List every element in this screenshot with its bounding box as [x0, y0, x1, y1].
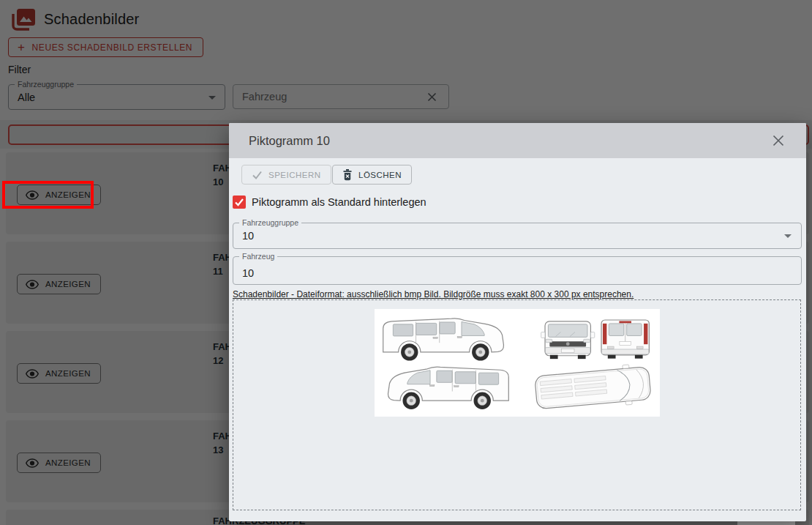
close-button[interactable] — [771, 133, 786, 148]
van-views-drawing — [375, 309, 660, 417]
highlight-annotation-box — [2, 181, 94, 209]
standard-checkbox[interactable] — [233, 196, 246, 209]
speichern-button[interactable]: SPEICHERN — [241, 165, 331, 185]
loeschen-button[interactable]: LÖSCHEN — [332, 165, 412, 185]
loeschen-label: LÖSCHEN — [358, 171, 402, 179]
screen: Schadenbilder + NEUES SCHADENBILD ERSTEL… — [0, 0, 812, 525]
dialog-fahrzeug-field: Fahrzeug — [233, 256, 802, 285]
dialog-fahrzeug-input[interactable] — [233, 257, 801, 284]
standard-checkbox-label: Piktogramm als Standard hinterlegen — [252, 196, 426, 208]
checkmark-icon — [233, 196, 245, 208]
close-icon — [771, 133, 786, 148]
dialog-fahrzeuggruppe-select[interactable]: Fahrzeuggruppe 10 — [233, 223, 802, 249]
piktogramm-dialog: Piktogramm 10 SPEICHERN LÖSCHEN — [229, 123, 806, 521]
chevron-down-icon — [784, 234, 792, 238]
dialog-title: Piktogramm 10 — [249, 123, 330, 158]
check-icon — [252, 169, 263, 180]
dialog-header: Piktogramm 10 — [229, 123, 806, 158]
pictogram-dropzone[interactable] — [233, 299, 801, 510]
trash-icon — [342, 169, 353, 181]
dialog-fahrzeuggruppe-value: 10 — [242, 230, 254, 242]
vehicle-pictogram-image — [375, 309, 660, 417]
dialog-fahrzeuggruppe-label: Fahrzeuggruppe — [239, 218, 301, 228]
file-format-hint: Schadenbilder - Dateiformat: ausschließl… — [233, 289, 634, 299]
speichern-label: SPEICHERN — [268, 171, 321, 179]
